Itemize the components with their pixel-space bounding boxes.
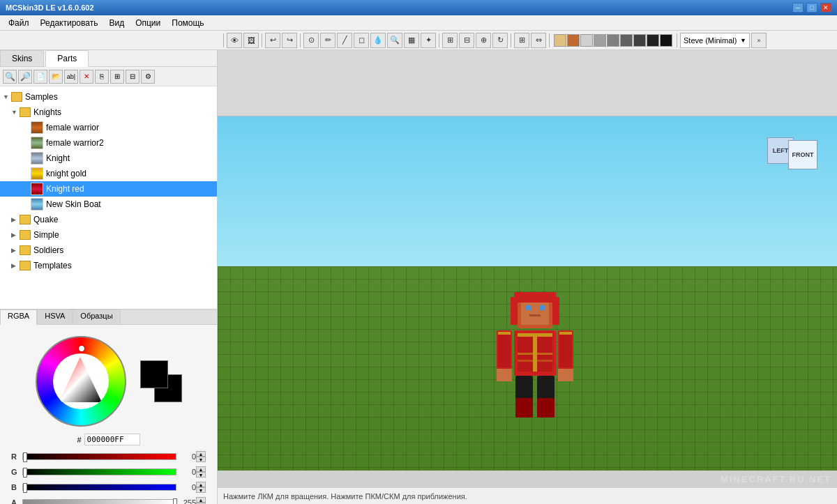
- blue-down-button[interactable]: ▼: [196, 487, 206, 493]
- grid1-button[interactable]: ⊞: [110, 70, 124, 84]
- eye-button[interactable]: 👁: [227, 33, 242, 48]
- tree-toolbar: 🔍 🔎 📄 📂 ab| ✕ ⎘ ⊞ ⊟ ⚙: [0, 67, 217, 86]
- zoom-fit-button[interactable]: ⊙: [303, 33, 319, 48]
- eraser-button[interactable]: ◻: [354, 33, 369, 48]
- status-text: Нажмите ЛКМ для вращения. Нажмите ПКМ/СК…: [223, 492, 467, 501]
- tab-skins[interactable]: Skins: [0, 50, 44, 66]
- blue-up-button[interactable]: ▲: [196, 482, 206, 487]
- stamp-button[interactable]: ⊕: [476, 33, 491, 48]
- svg-rect-16: [498, 332, 511, 335]
- menu-edit[interactable]: Редактировать: [35, 17, 104, 29]
- more-button[interactable]: »: [751, 33, 767, 48]
- color-swatch-2[interactable]: [567, 34, 580, 47]
- pencil-button[interactable]: ✏: [320, 33, 335, 48]
- undo-button[interactable]: ↩: [265, 33, 280, 48]
- foreground-swatch[interactable]: [140, 360, 168, 388]
- tree-knight-red[interactable]: Knight red: [0, 181, 217, 197]
- collapse-arrow-icon: ▼: [11, 109, 20, 116]
- color-swatch-4[interactable]: [594, 34, 606, 47]
- hex-input[interactable]: [84, 434, 140, 445]
- green-slider-thumb[interactable]: [23, 468, 27, 478]
- color-tab-hsva[interactable]: HSVA: [37, 310, 73, 324]
- window-controls[interactable]: ─ □ ✕: [792, 3, 831, 13]
- line-button[interactable]: ╱: [337, 33, 352, 48]
- spray-button[interactable]: ✦: [421, 33, 436, 48]
- minimize-button[interactable]: ─: [792, 3, 804, 13]
- rotate-button[interactable]: ↻: [492, 33, 508, 48]
- color-tab-samples[interactable]: Образцы: [73, 310, 120, 324]
- blue-slider-track[interactable]: [22, 484, 176, 491]
- red-slider-thumb[interactable]: [23, 452, 27, 462]
- alpha-up-button[interactable]: ▲: [196, 497, 206, 503]
- color-swatch-6[interactable]: [620, 34, 633, 47]
- green-up-button[interactable]: ▲: [196, 466, 206, 472]
- color-swatch-8[interactable]: [647, 34, 659, 47]
- tree-templates[interactable]: ▶ Templates: [0, 258, 217, 273]
- orientation-cube[interactable]: LEFT FRONT: [767, 130, 816, 172]
- tree-new-skin-boat[interactable]: New Skin Boat: [0, 197, 217, 212]
- toolbar-sep-6: [549, 33, 550, 47]
- color-wheel[interactable]: [36, 336, 126, 427]
- menu-help[interactable]: Помощь: [166, 17, 209, 29]
- close-button[interactable]: ✕: [820, 3, 831, 13]
- tree-quake[interactable]: ▶ Quake: [0, 212, 217, 227]
- delete-button[interactable]: ✕: [80, 70, 93, 84]
- green-slider-track[interactable]: [22, 468, 176, 475]
- alpha-slider-thumb[interactable]: [173, 498, 177, 504]
- color-wheel-inner: [53, 353, 109, 409]
- new-skin-button[interactable]: 📄: [33, 70, 47, 84]
- folder-icon: [11, 92, 22, 102]
- toolbar-sep-4: [439, 33, 439, 47]
- fill-button[interactable]: ▦: [404, 33, 419, 48]
- tree-samples[interactable]: ▼ Samples: [0, 89, 217, 105]
- clone-button[interactable]: ⎘: [95, 70, 109, 84]
- dropdown-arrow-icon: ▼: [740, 37, 746, 44]
- toolbar-sep-2: [262, 33, 262, 47]
- redo-button[interactable]: ↪: [282, 33, 297, 48]
- green-spinner[interactable]: ▲ ▼: [196, 466, 206, 478]
- tree-female-warrior[interactable]: female warrior: [0, 120, 217, 135]
- tree-knight[interactable]: Knight: [0, 151, 217, 166]
- red-slider-track[interactable]: [22, 453, 176, 460]
- texture2-button[interactable]: ⊟: [459, 33, 474, 48]
- tree-knights[interactable]: ▼ Knights: [0, 105, 217, 120]
- eyedrop-button[interactable]: 💧: [370, 33, 386, 48]
- menu-file[interactable]: Файл: [3, 17, 35, 29]
- red-spinner[interactable]: ▲ ▼: [196, 451, 206, 462]
- open-button[interactable]: 📂: [49, 70, 63, 84]
- alpha-slider-track[interactable]: [22, 499, 176, 504]
- model-dropdown[interactable]: Steve (Minimal) ▼: [680, 33, 750, 48]
- alpha-spinner[interactable]: ▲ ▼: [196, 497, 206, 504]
- tab-parts[interactable]: Parts: [45, 50, 89, 67]
- red-down-button[interactable]: ▼: [196, 457, 206, 462]
- grid-button[interactable]: ⊞: [514, 33, 529, 48]
- red-up-button[interactable]: ▲: [196, 451, 206, 457]
- tree-knight-gold[interactable]: knight gold: [0, 166, 217, 181]
- rename-button[interactable]: ab|: [64, 70, 78, 84]
- tree-soldiers[interactable]: ▶ Soldiers: [0, 243, 217, 258]
- blue-spinner[interactable]: ▲ ▼: [196, 482, 206, 493]
- settings-button[interactable]: ⚙: [141, 70, 155, 84]
- character-svg: [497, 290, 573, 429]
- grid2-button[interactable]: ⊟: [126, 70, 140, 84]
- zoom-button[interactable]: 🔍: [387, 33, 402, 48]
- texture-button[interactable]: ⊞: [442, 33, 458, 48]
- color-swatch-9[interactable]: [660, 34, 672, 47]
- tree-female-warrior2[interactable]: female warrior2: [0, 135, 217, 151]
- green-down-button[interactable]: ▼: [196, 472, 206, 478]
- image-button[interactable]: 🖼: [243, 33, 259, 48]
- color-swatch-3[interactable]: [580, 34, 593, 47]
- maximize-button[interactable]: □: [806, 3, 817, 13]
- view-3d-main[interactable]: LEFT FRONT: [218, 116, 837, 487]
- color-tab-rgba[interactable]: RGBA: [0, 310, 37, 325]
- tree-simple[interactable]: ▶ Simple: [0, 227, 217, 243]
- color-swatch-7[interactable]: [633, 34, 646, 47]
- menu-options[interactable]: Опции: [130, 17, 166, 29]
- color-swatch-5[interactable]: [607, 34, 619, 47]
- color-swatch-1[interactable]: [554, 34, 566, 47]
- zoom-out-tree-button[interactable]: 🔎: [18, 70, 32, 84]
- zoom-in-tree-button[interactable]: 🔍: [3, 70, 17, 84]
- blue-slider-thumb[interactable]: [23, 483, 27, 493]
- mirror-button[interactable]: ⇔: [531, 33, 546, 48]
- menu-view[interactable]: Вид: [103, 17, 130, 29]
